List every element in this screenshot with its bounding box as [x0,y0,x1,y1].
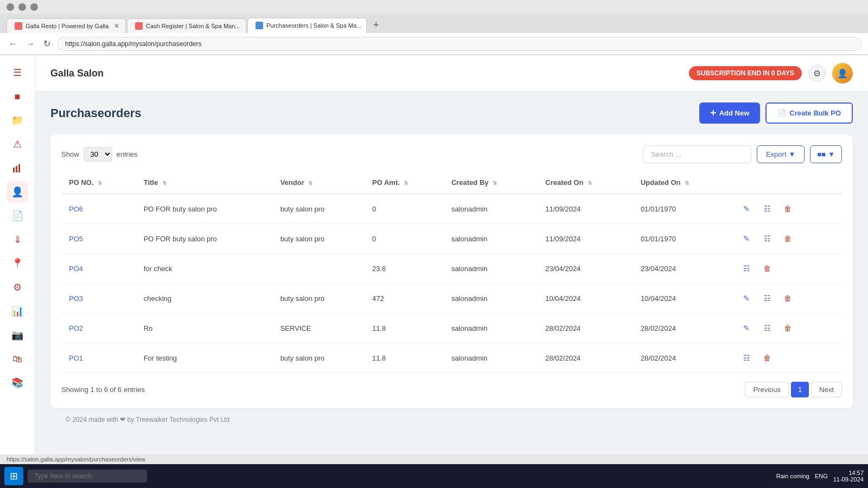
col-created-by[interactable]: Created By ⇅ [444,172,538,194]
start-button[interactable]: ⊞ [4,467,23,478]
current-page[interactable]: 1 [791,382,809,397]
show-label: Show [61,150,79,158]
taskbar-weather: Rain coming [776,473,809,478]
col-vendor[interactable]: Vendor ⇅ [273,172,365,194]
table-row: PO2 Ro SERVICE 11.8 salonadmin 28/02/202… [61,313,842,343]
settings-icon[interactable]: ⚙ [808,65,826,82]
taskbar-date-value: 11-09-2024 [833,476,864,478]
app-container: ☰ ■ 📁 ⚠ 👤 📄 ⇓ 📍 ⚙ 📊 📷 🛍 📚 Galla Salon SU… [0,55,868,478]
view-button-3[interactable]: ☷ [760,291,775,306]
sidebar-item-person[interactable]: 👤 [7,181,28,203]
taskbar-language: ENG [815,473,828,478]
sidebar-item-report[interactable]: 📄 [7,205,28,227]
cell-po-amt-1: 0 [365,224,444,254]
pagination-area: Showing 1 to 6 of 6 entries Previous 1 N… [61,382,842,397]
browser-tab-1[interactable]: Cash Register | Salon & Spa Man... ✕ [127,18,246,33]
delete-button-0[interactable]: 🗑 [780,201,795,216]
search-input[interactable] [643,145,751,163]
export-button[interactable]: Export ▼ [757,145,805,163]
cell-title-5: For testing [136,343,273,373]
sort-icon-created-on: ⇅ [588,180,592,186]
cell-created-by-2: salonadmin [444,254,538,284]
new-tab-button[interactable]: + [368,17,385,33]
edit-button-4[interactable]: ✎ [739,320,754,336]
view-button-2[interactable]: ☷ [739,261,754,276]
sidebar-item-menu[interactable]: ☰ [7,62,28,84]
sort-icon-po-no: ⇅ [98,180,102,186]
cell-created-on-4: 28/02/2024 [538,313,633,343]
create-bulk-po-button[interactable]: 📄 Create Bulk PO [765,102,853,124]
grid-icon: ■■ [817,150,826,158]
view-button-5[interactable]: ☷ [739,350,754,365]
cell-created-by-1: salonadmin [444,224,538,254]
table-row: PO3 checking buty salon pro 472 salonadm… [61,284,842,313]
avatar: 👤 [832,63,853,84]
sidebar-item-stack[interactable]: 📚 [7,372,28,394]
forward-button[interactable]: → [24,37,37,51]
browser-tab-2[interactable]: Purchaseorders | Salon & Spa Ma... ✕ [247,18,367,33]
cell-created-on-0: 11/09/2024 [538,194,633,224]
col-po-amt[interactable]: PO Amt. ⇅ [365,172,444,194]
add-new-label: Add New [719,109,750,117]
sidebar-item-basket[interactable]: 🛍 [7,348,28,370]
cell-po-amt-5: 11.8 [365,343,444,373]
sidebar-item-download[interactable]: ⇓ [7,229,28,251]
next-button[interactable]: Next [811,382,842,397]
cell-created-on-1: 11/09/2024 [538,224,633,254]
edit-button-0[interactable]: ✎ [739,201,754,216]
delete-button-5[interactable]: 🗑 [760,350,775,365]
col-created-on[interactable]: Created On ⇅ [538,172,633,194]
sidebar-item-dashboard[interactable]: ■ [7,86,28,107]
svg-rect-2 [18,164,20,172]
address-input[interactable] [57,37,861,51]
col-title[interactable]: Title ⇅ [136,172,273,194]
browser-address-bar: ← → ↻ [0,33,868,55]
delete-button-4[interactable]: 🗑 [780,320,795,336]
sidebar-item-location[interactable]: 📍 [7,253,28,274]
taskbar-search-input[interactable] [28,470,147,478]
sidebar-item-folder[interactable]: 📁 [7,110,28,131]
delete-button-3[interactable]: 🗑 [780,291,795,306]
sidebar: ☰ ■ 📁 ⚠ 👤 📄 ⇓ 📍 ⚙ 📊 📷 🛍 📚 [0,55,35,478]
col-updated-on[interactable]: Updated On ⇅ [633,172,731,194]
sidebar-item-analytics[interactable] [7,157,28,179]
show-entries: Show 30 10 25 50 entries [61,147,138,162]
edit-button-1[interactable]: ✎ [739,231,754,246]
cell-po-amt-2: 23.6 [365,254,444,284]
delete-button-2[interactable]: 🗑 [760,261,775,276]
cell-actions-1: ✎ ☷ 🗑 [731,224,842,254]
col-po-no[interactable]: PO NO. ⇅ [61,172,136,194]
cell-title-1: PO FOR buty salon pro [136,224,273,254]
close-button[interactable] [30,3,38,11]
minimize-button[interactable] [7,3,14,11]
sidebar-item-camera[interactable]: 📷 [7,324,28,346]
status-bar: https://salon.galla.app/mysalon/purchase… [0,454,868,464]
cell-po-no-4: PO2 [61,313,136,343]
tab-close-1[interactable]: ✕ [245,22,246,30]
previous-button[interactable]: Previous [745,382,789,397]
tab-close-0[interactable]: ✕ [114,22,119,30]
browser-tab-0[interactable]: Galla Resto | Powered by Galla ✕ [7,18,126,33]
sidebar-item-alert[interactable]: ⚠ [7,133,28,155]
table-card: Show 30 10 25 50 entries Export [50,134,853,408]
cell-actions-3: ✎ ☷ 🗑 [731,284,842,313]
cell-po-amt-0: 0 [365,194,444,224]
view-button-1[interactable]: ☷ [760,231,775,246]
page-header: Purchaseorders ✛ Add New 📄 Create Bulk P… [50,102,853,124]
sidebar-item-report2[interactable]: 📊 [7,300,28,322]
show-count-select[interactable]: 30 10 25 50 [84,147,112,162]
table-row: PO6 PO FOR buty salon pro buty salon pro… [61,194,842,224]
edit-button-3[interactable]: ✎ [739,291,754,306]
cell-created-on-2: 23/04/2024 [538,254,633,284]
add-new-button[interactable]: ✛ Add New [699,102,761,124]
sidebar-item-settings[interactable]: ⚙ [7,277,28,298]
reload-button[interactable]: ↻ [41,36,53,51]
view-button-0[interactable]: ☷ [760,201,775,216]
grid-view-button[interactable]: ■■ ▼ [810,145,842,163]
view-button-4[interactable]: ☷ [760,320,775,336]
maximize-button[interactable] [18,3,26,11]
cell-created-by-5: salonadmin [444,343,538,373]
taskbar-right: Rain coming ENG 14:57 11-09-2024 [776,470,864,478]
delete-button-1[interactable]: 🗑 [780,231,795,246]
back-button[interactable]: ← [7,37,20,51]
